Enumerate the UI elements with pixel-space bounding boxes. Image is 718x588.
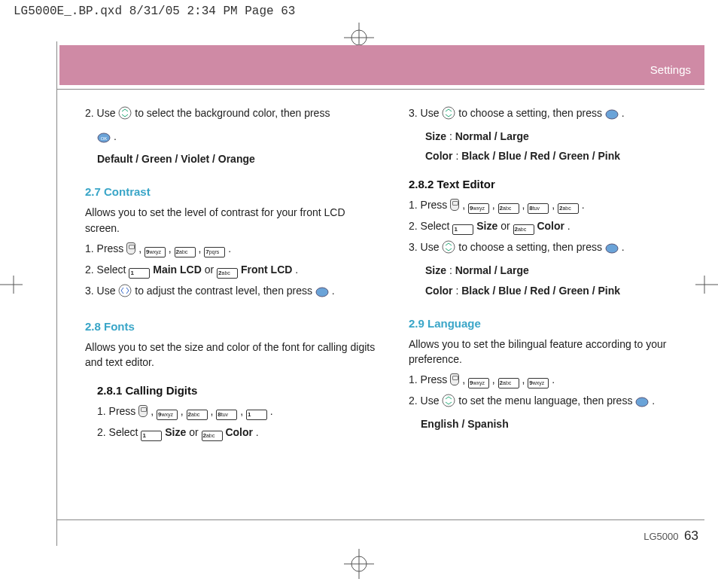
paragraph: Allows you to set the level of contrast … bbox=[85, 205, 377, 236]
text: 1. Press bbox=[97, 405, 138, 417]
nav-updown-icon bbox=[442, 106, 455, 124]
step-text: 3. Use to adjust the contrast level, the… bbox=[85, 283, 377, 302]
text: Color bbox=[225, 426, 253, 438]
text: , bbox=[489, 199, 498, 211]
text: to choose a setting, then press bbox=[458, 241, 605, 253]
text: , bbox=[208, 405, 217, 417]
column-left: 2. Use to select the background color, t… bbox=[85, 101, 377, 515]
section-title: Settings bbox=[650, 63, 691, 76]
options-text: Color : Black / Blue / Red / Green / Pin… bbox=[409, 148, 701, 164]
ok-button-icon bbox=[605, 108, 619, 124]
keypad-1-icon: 1 bbox=[452, 224, 473, 235]
keypad-2-icon: 2abc bbox=[175, 247, 196, 257]
keypad-1-icon: 1 bbox=[141, 431, 162, 441]
text: 2. Select bbox=[85, 264, 129, 276]
text: , bbox=[519, 373, 528, 385]
step-text: 3. Use to choose a setting, then press . bbox=[409, 105, 701, 124]
ok-button-icon bbox=[635, 396, 649, 412]
menu-key-icon bbox=[126, 242, 135, 254]
text: 3. Use bbox=[409, 107, 442, 119]
heading-2-8: 2.8 Fonts bbox=[85, 318, 377, 335]
text: Color bbox=[537, 220, 564, 232]
nav-updown-icon bbox=[118, 106, 132, 124]
step-text: 1. Press , 9wxyz , 2abc , 8tuv , 2abc . bbox=[409, 197, 701, 214]
page-number: 63 bbox=[684, 529, 698, 543]
keypad-2-icon: 2abc bbox=[217, 268, 238, 279]
heading-2-7: 2.7 Contrast bbox=[85, 184, 377, 200]
text: 1. Press bbox=[409, 373, 450, 385]
keypad-7-icon: 7pqrs bbox=[204, 247, 225, 257]
column-right: 3. Use to choose a setting, then press .… bbox=[409, 101, 701, 515]
step-text: 2. Select 1 Main LCD or 2abc Front LCD . bbox=[85, 262, 377, 279]
text: , bbox=[519, 199, 528, 211]
keypad-8-icon: 8tuv bbox=[216, 410, 237, 420]
keypad-2-icon: 2abc bbox=[202, 431, 223, 441]
step-text: 1. Press , 9wxyz , 2abc , 8tuv , 1 . bbox=[85, 404, 377, 420]
step-text: 2. Select 1 Size or 2abc Color . bbox=[409, 218, 701, 235]
text: or bbox=[500, 220, 513, 232]
menu-key-icon bbox=[450, 199, 459, 211]
heading-2-8-1: 2.8.1 Calling Digits bbox=[85, 382, 377, 399]
step-text: OK . bbox=[85, 129, 377, 148]
text: , bbox=[135, 242, 145, 254]
text: , bbox=[166, 242, 175, 254]
text: to select the background color, then pre… bbox=[135, 107, 330, 119]
text: 1. Press bbox=[409, 199, 450, 211]
text: 2. Select bbox=[97, 426, 141, 438]
keypad-1-icon: 1 bbox=[129, 268, 150, 279]
menu-key-icon bbox=[138, 405, 148, 417]
text: , bbox=[237, 405, 246, 417]
nav-updown-icon bbox=[442, 394, 455, 412]
keypad-9-icon: 9wxyz bbox=[468, 378, 489, 388]
keypad-1-icon: 1 bbox=[246, 410, 267, 420]
ok-button-icon bbox=[605, 242, 619, 258]
svg-point-16 bbox=[606, 110, 618, 119]
keypad-9-icon: 9wxyz bbox=[157, 410, 178, 420]
step-text: 2. Use to select the background color, t… bbox=[85, 105, 377, 124]
keypad-9-icon: 9wxyz bbox=[468, 203, 489, 214]
text: , bbox=[178, 405, 187, 417]
content-columns: 2. Use to select the background color, t… bbox=[85, 101, 701, 515]
text: , bbox=[459, 373, 468, 385]
paragraph: Allows you to set the bilingual feature … bbox=[409, 337, 701, 367]
crop-mark-left bbox=[0, 270, 23, 300]
text: . bbox=[564, 220, 570, 232]
text: 3. Use bbox=[409, 241, 442, 253]
text: . bbox=[549, 373, 555, 385]
step-text: 2. Select 1 Size or 2abc Color . bbox=[85, 425, 377, 441]
text: to adjust the contrast level, then press bbox=[135, 285, 315, 297]
step-text: 2. Use to set the menu language, then pr… bbox=[409, 393, 701, 412]
options-text: Size : Normal / Large bbox=[409, 129, 701, 145]
keypad-9-icon: 9wxyz bbox=[528, 378, 549, 388]
keypad-9-icon: 9wxyz bbox=[145, 247, 166, 257]
text: . bbox=[619, 241, 625, 253]
heading-2-8-2: 2.8.2 Text Editor bbox=[409, 176, 701, 193]
text: Front LCD bbox=[241, 264, 292, 276]
options-text: Default / Green / Violet / Orange bbox=[85, 151, 377, 167]
text: to choose a setting, then press bbox=[458, 107, 605, 119]
options-text: Size : Normal / Large bbox=[409, 263, 701, 279]
text: Size bbox=[476, 220, 497, 232]
ok-button-icon: OK bbox=[97, 132, 111, 148]
keypad-8-icon: 8tuv bbox=[528, 203, 549, 214]
heading-2-9: 2.9 Language bbox=[409, 315, 701, 332]
text: . bbox=[267, 405, 273, 417]
text: , bbox=[148, 405, 157, 417]
text: Size bbox=[165, 426, 186, 438]
crop-mark-bottom bbox=[344, 549, 374, 579]
print-slug: LG5000E_.BP.qxd 8/31/05 2:34 PM Page 63 bbox=[14, 5, 295, 18]
options-text: Color : Black / Blue / Red / Green / Pin… bbox=[409, 283, 701, 299]
page-footer: LG5000 63 bbox=[643, 529, 698, 544]
text: . bbox=[114, 130, 117, 142]
keypad-2-icon: 2abc bbox=[513, 224, 534, 235]
paragraph: Allows you to set the size and color of … bbox=[85, 340, 377, 370]
left-margin-rule bbox=[56, 41, 57, 546]
keypad-2-icon: 2abc bbox=[558, 203, 579, 214]
text: to set the menu language, then press bbox=[458, 395, 635, 407]
svg-point-14 bbox=[316, 288, 328, 297]
keypad-2-icon: 2abc bbox=[187, 410, 208, 420]
keypad-2-icon: 2abc bbox=[498, 378, 519, 388]
text: Main LCD bbox=[153, 264, 202, 276]
menu-key-icon bbox=[450, 373, 459, 385]
step-text: 3. Use to choose a setting, then press . bbox=[409, 239, 701, 258]
